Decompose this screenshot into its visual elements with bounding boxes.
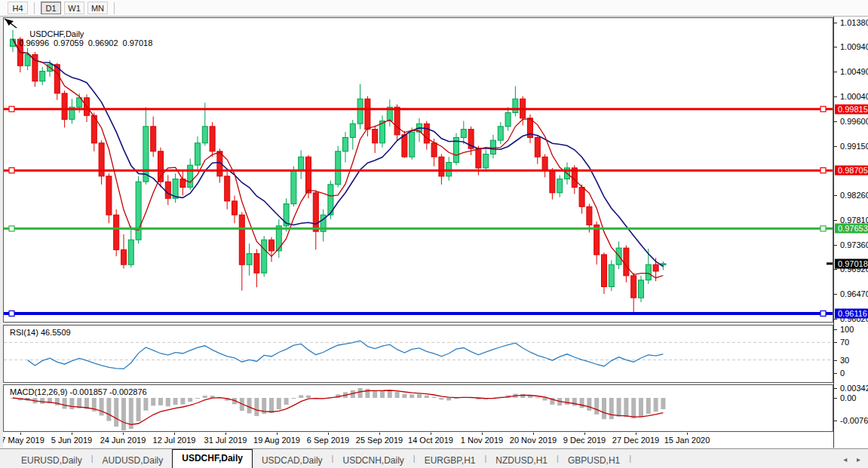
axis-tick-mark: [834, 319, 837, 320]
rsi-canvas: [4, 326, 833, 382]
current-price-tick: [827, 262, 833, 265]
time-axis-label: 14 Oct 2019: [408, 436, 453, 445]
time-axis-tick-mark: [123, 433, 124, 435]
axis-tick-mark: [834, 294, 837, 295]
current-price-label: 0.97018: [835, 258, 868, 268]
time-axis-label: 17 May 2019: [3, 436, 44, 445]
rsi-axis-tick: 30: [840, 356, 849, 365]
price-axis-tick: 1.00940: [840, 42, 868, 51]
axis-tick-mark: [834, 23, 837, 23]
toolbar-separator: [114, 2, 115, 14]
timeframe-button-h4[interactable]: H4: [8, 2, 28, 14]
ohlc-close-value: 0.97018: [123, 38, 153, 47]
line-handle[interactable]: [820, 311, 826, 317]
time-axis-tick-mark: [379, 433, 380, 435]
line-handle[interactable]: [9, 168, 14, 173]
time-axis-label: 24 Jun 2019: [100, 436, 146, 445]
axis-tick-mark: [834, 398, 837, 399]
price-level-line[interactable]: [4, 168, 833, 173]
chart-tab-eurgbp[interactable]: EURGBP,H1: [416, 453, 485, 468]
timeframe-button-mn[interactable]: MN: [87, 2, 108, 14]
axis-tick-mark: [834, 373, 837, 374]
chart-tab-usdcad[interactable]: USDCAD,Daily: [253, 453, 332, 468]
tab-scroll-arrows: ◂ ▸: [836, 455, 860, 463]
time-axis-tick-mark: [636, 433, 636, 435]
time-axis-label: 27 Dec 2019: [612, 436, 659, 445]
time-axis-tick-mark: [687, 433, 688, 435]
macd-axis-tick: -0.007615: [840, 416, 868, 425]
chart-tab-gbpusd[interactable]: GBPUSD,H1: [559, 453, 629, 468]
axis-tick-mark: [834, 220, 837, 221]
rsi-title: RSI(14) 46.5509: [10, 328, 71, 337]
rsi-axis-tick: 70: [840, 338, 849, 347]
line-handle[interactable]: [820, 226, 826, 231]
time-axis-tick-mark: [20, 433, 21, 435]
price-level-label: 0.99815: [835, 104, 868, 114]
price-level-label: 0.97653: [835, 224, 868, 234]
line-handle[interactable]: [9, 311, 14, 317]
chart-tab-audusd[interactable]: AUDUSD,Daily: [94, 453, 173, 468]
price-level-line[interactable]: [4, 311, 833, 317]
price-axis-tick: 1.01380: [840, 18, 868, 27]
price-level-line[interactable]: [4, 226, 833, 231]
price-axis-tick: 0.99600: [840, 117, 868, 126]
axis-tick-mark: [834, 342, 837, 343]
ohlc-low-value: 0.96902: [88, 38, 118, 47]
chart-title: USDCHF,Daily 0.969960.970590.969020.9701…: [10, 20, 157, 57]
candlestick-canvas[interactable]: [4, 18, 833, 322]
trading-terminal-window: { "toolbar": { "timeframes": [ {"label":…: [0, 0, 868, 468]
time-axis-label: 25 Sep 2019: [356, 436, 403, 445]
price-axis-tick: 0.97360: [840, 240, 868, 249]
rsi-indicator-pane[interactable]: RSI(14) 46.5509: [3, 325, 833, 383]
ohlc-high-value: 0.97059: [54, 38, 84, 47]
symbol-tab-bar: EURUSD,Daily|AUDUSD,DailyUSDCHF,DailyUSD…: [0, 448, 868, 468]
time-axis-label: 5 Jun 2019: [51, 436, 92, 445]
macd-axis-tick: 0.00: [840, 393, 856, 402]
chart-tab-nzdusd[interactable]: NZDUSD,H1: [486, 453, 557, 468]
axis-tick-mark: [834, 146, 837, 147]
ohlc-open-value: 0.96996: [19, 38, 49, 47]
axis-tick-mark: [834, 195, 837, 196]
price-axis[interactable]: 1.013801.009401.004901.000400.996000.991…: [833, 17, 868, 448]
time-axis-label: 6 Sep 2019: [307, 436, 349, 445]
line-handle[interactable]: [9, 106, 14, 112]
time-axis-label: 31 Jul 2019: [204, 436, 247, 445]
axis-tick-mark: [834, 388, 837, 389]
price-level-line[interactable]: [4, 106, 833, 112]
price-axis-tick: 0.96470: [840, 289, 868, 298]
macd-indicator-pane[interactable]: MACD(12,26,9) -0.001857 -0.002876: [3, 384, 833, 432]
time-axis-tick-mark: [584, 433, 585, 435]
chart-tab-usdchf[interactable]: USDCHF,Daily: [172, 449, 253, 468]
time-axis-tick-mark: [328, 433, 329, 435]
price-axis-tick: 0.98260: [840, 191, 868, 200]
time-axis-tick-mark: [431, 433, 431, 435]
price-axis-tick: 0.99150: [840, 142, 868, 151]
chart-tab-usdcnh[interactable]: USDCNH,Daily: [333, 453, 413, 468]
timeframe-button-d1[interactable]: D1: [41, 2, 61, 14]
rsi-axis-tick: 100: [840, 325, 854, 334]
axis-tick-mark: [834, 360, 837, 361]
time-axis-label: 19 Aug 2019: [253, 436, 300, 445]
time-axis-tick-mark: [174, 433, 175, 435]
price-axis-tick: 1.00040: [840, 92, 868, 101]
time-axis-tick-mark: [277, 433, 278, 435]
axis-tick-mark: [834, 329, 837, 330]
tab-scroll-left-icon[interactable]: ◂: [843, 455, 847, 463]
line-handle[interactable]: [820, 168, 826, 173]
time-axis-tick-mark: [225, 433, 226, 435]
time-axis[interactable]: 17 May 20195 Jun 201924 Jun 201912 Jul 2…: [3, 433, 833, 448]
line-handle[interactable]: [820, 106, 826, 112]
timeframe-button-w1[interactable]: W1: [64, 2, 84, 14]
price-axis-tick: 1.00490: [840, 67, 868, 76]
tab-scroll-right-icon[interactable]: ▸: [857, 455, 860, 463]
line-handle[interactable]: [9, 226, 14, 231]
axis-tick-mark: [834, 72, 837, 72]
axis-tick-mark: [834, 47, 837, 47]
chart-tab-eurusd[interactable]: EURUSD,Daily: [12, 453, 91, 468]
axis-tick-mark: [834, 96, 837, 97]
timeframe-toolbar: H4 D1 W1 MN: [0, 0, 868, 17]
rsi-axis-tick: 0: [840, 369, 845, 378]
axis-tick-mark: [834, 245, 837, 246]
main-chart-pane[interactable]: USDCHF,Daily 0.969960.970590.969020.9701…: [3, 17, 833, 323]
chart-symbol-label: USDCHF,Daily: [29, 29, 84, 38]
